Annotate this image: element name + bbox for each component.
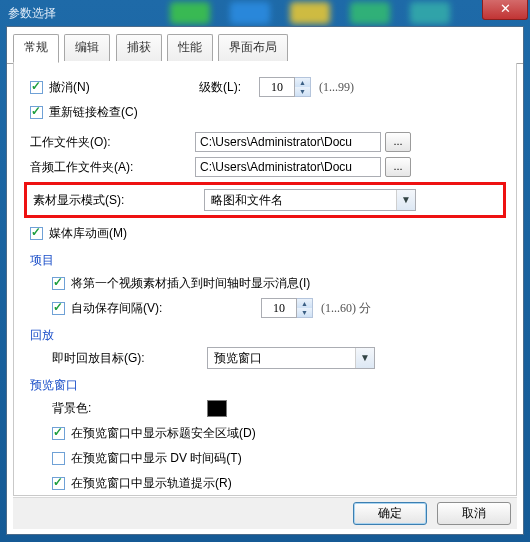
bgcolor-swatch[interactable] xyxy=(207,400,227,417)
audiodir-input[interactable] xyxy=(195,157,381,177)
media-anim-checkbox[interactable] xyxy=(30,227,43,240)
tab-general[interactable]: 常规 xyxy=(13,34,59,63)
playback-target-label: 即时回放目标(G): xyxy=(52,350,207,367)
title-safe-label: 在预览窗口中显示标题安全区域(D) xyxy=(71,425,256,442)
firstclip-checkbox[interactable] xyxy=(52,277,65,290)
levels-input[interactable] xyxy=(259,77,295,97)
workdir-input[interactable] xyxy=(195,132,381,152)
workdir-label: 工作文件夹(O): xyxy=(30,134,195,151)
autosave-spin-buttons[interactable]: ▲▼ xyxy=(297,298,313,318)
levels-label: 级数(L): xyxy=(199,79,259,96)
tab-edit[interactable]: 编辑 xyxy=(64,34,110,61)
relink-checkbox[interactable] xyxy=(30,106,43,119)
undo-label: 撤消(N) xyxy=(49,79,199,96)
playback-target-select[interactable]: 预览窗口 ▼ xyxy=(207,347,375,369)
autosave-spinner[interactable]: ▲▼ xyxy=(261,298,313,318)
audiodir-browse-button[interactable]: ... xyxy=(385,157,411,177)
dv-tc-label: 在预览窗口中显示 DV 时间码(T) xyxy=(71,450,242,467)
firstclip-label: 将第一个视频素材插入到时间轴时显示消息(I) xyxy=(71,275,310,292)
levels-spin-buttons[interactable]: ▲▼ xyxy=(295,77,311,97)
bgcolor-label: 背景色: xyxy=(52,400,207,417)
workdir-browse-button[interactable]: ... xyxy=(385,132,411,152)
button-bar: 确定 取消 xyxy=(13,497,517,529)
chevron-down-icon: ▼ xyxy=(355,348,374,368)
dv-tc-checkbox[interactable] xyxy=(52,452,65,465)
window-title: 参数选择 xyxy=(8,6,56,20)
playback-target-value: 预览窗口 xyxy=(208,350,355,367)
close-button[interactable]: ✕ xyxy=(482,0,528,20)
display-mode-select[interactable]: 略图和文件名 ▼ xyxy=(204,189,416,211)
tab-perf[interactable]: 性能 xyxy=(167,34,213,61)
ok-button[interactable]: 确定 xyxy=(353,502,427,525)
chevron-down-icon: ▼ xyxy=(396,190,415,210)
tab-layout[interactable]: 界面布局 xyxy=(218,34,288,61)
cancel-button[interactable]: 取消 xyxy=(437,502,511,525)
section-playback: 回放 xyxy=(30,327,500,344)
autosave-input[interactable] xyxy=(261,298,297,318)
display-mode-value: 略图和文件名 xyxy=(205,192,396,209)
section-preview: 预览窗口 xyxy=(30,377,500,394)
autosave-hint: (1...60) 分 xyxy=(321,300,371,317)
media-anim-label: 媒体库动画(M) xyxy=(49,225,127,242)
title-safe-checkbox[interactable] xyxy=(52,427,65,440)
autosave-label: 自动保存间隔(V): xyxy=(71,300,261,317)
levels-hint: (1...99) xyxy=(319,80,354,95)
audiodir-label: 音频工作文件夹(A): xyxy=(30,159,195,176)
undo-checkbox[interactable] xyxy=(30,81,43,94)
section-project: 项目 xyxy=(30,252,500,269)
levels-spinner[interactable]: ▲▼ xyxy=(259,77,311,97)
page-general: 撤消(N) 级数(L): ▲▼ (1...99) 重新链接检查(C) 工作文件夹… xyxy=(13,63,517,496)
autosave-checkbox[interactable] xyxy=(52,302,65,315)
track-tip-label: 在预览窗口中显示轨道提示(R) xyxy=(71,475,232,492)
highlight-box: 素材显示模式(S): 略图和文件名 ▼ xyxy=(24,182,506,218)
tab-strip: 常规 编辑 捕获 性能 界面布局 xyxy=(7,27,523,64)
relink-label: 重新链接检查(C) xyxy=(49,104,138,121)
track-tip-checkbox[interactable] xyxy=(52,477,65,490)
dialog-client: 常规 编辑 捕获 性能 界面布局 撤消(N) 级数(L): ▲▼ (1...99… xyxy=(6,26,524,535)
tab-capture[interactable]: 捕获 xyxy=(116,34,162,61)
display-mode-label: 素材显示模式(S): xyxy=(33,192,204,209)
title-bar: 参数选择 xyxy=(0,0,530,26)
